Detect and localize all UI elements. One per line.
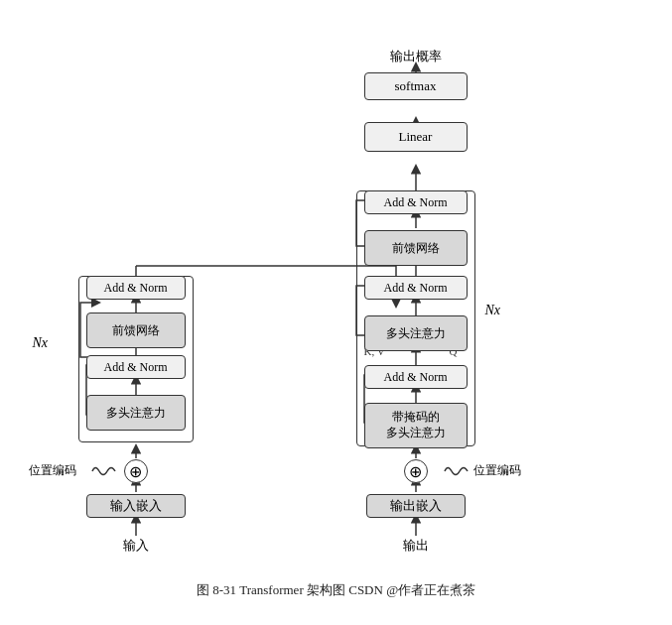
decoder-pos-label: 位置编码 [473, 462, 521, 479]
decoder-linear-box: Linear [364, 122, 468, 152]
decoder-masked-attn-label: 带掩码的 多头注意力 [386, 410, 446, 440]
encoder-add-norm1-box: Add & Norm [86, 355, 186, 379]
decoder-ffn-box: 前馈网络 [364, 230, 468, 266]
decoder-pos-wave [441, 462, 472, 480]
encoder-add-norm2-box: Add & Norm [86, 276, 186, 300]
decoder-nx-label: Nx [485, 303, 501, 318]
encoder-plus-circle: ⊕ [124, 459, 148, 483]
decoder-add-norm2-box: Add & Norm [364, 276, 468, 300]
decoder-output-label: 输出 [386, 536, 446, 556]
decoder-add-norm1-box: Add & Norm [364, 365, 468, 389]
encoder-pos-label: 位置编码 [29, 462, 76, 479]
decoder-embed-box: 输出嵌入 [366, 494, 466, 518]
decoder-output-prob-label: 输出概率 [364, 48, 468, 65]
encoder-input-label: 输入 [106, 536, 166, 556]
encoder-ffn-box: 前馈网络 [86, 312, 186, 348]
encoder-nx-label: Nx [33, 335, 49, 351]
encoder-embed-box: 输入嵌入 [86, 494, 186, 518]
decoder-add-norm3-box: Add & Norm [364, 190, 468, 214]
figure-caption: 图 8-31 Transformer 架构图 CSDN @作者正在煮茶 [197, 581, 475, 599]
decoder-masked-attn-box: 带掩码的 多头注意力 [364, 403, 468, 448]
decoder-softmax-box: softmax [364, 72, 468, 100]
encoder-attention-box: 多头注意力 [86, 395, 186, 431]
encoder-pos-wave [88, 462, 120, 480]
decoder-plus-circle: ⊕ [404, 459, 428, 483]
decoder-cross-attn-box: 多头注意力 [364, 315, 468, 351]
diagram: 输入 输入嵌入 ⊕ 位置编码 Nx 多头注意力 Add & Norm 前馈网络 … [19, 10, 654, 575]
